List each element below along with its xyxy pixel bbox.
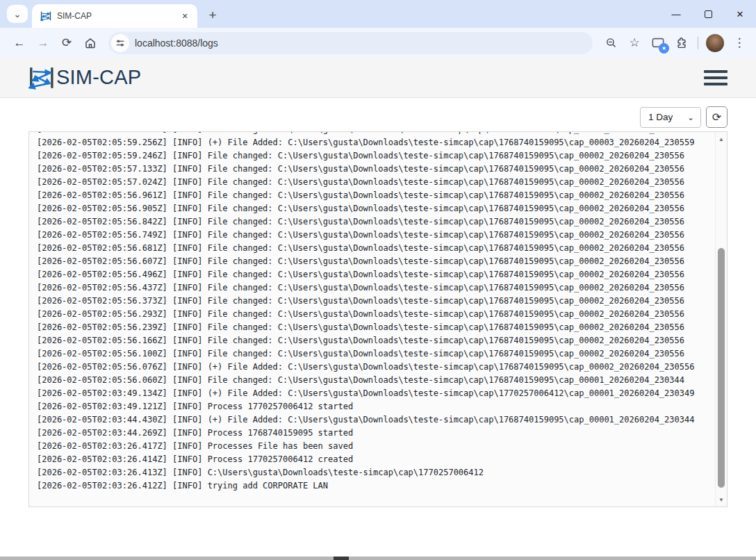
log-line: [2026-02-05T02:05:56.239Z] [INFO] File c… [37, 321, 715, 334]
log-line: [2026-02-05T02:05:56.681Z] [INFO] File c… [37, 242, 715, 255]
refresh-icon: ⟳ [712, 110, 721, 124]
tune-icon [115, 38, 125, 48]
log-line: [2026-02-05T02:05:59.256Z] [INFO] (+) Fi… [37, 136, 715, 149]
tab-title: SIM-CAP [57, 11, 174, 21]
log-controls: 1 Day ⌄ ⟳ [28, 106, 728, 128]
side-panel-button[interactable]: ★ [647, 32, 669, 54]
favicon-icon [40, 10, 51, 22]
refresh-logs-button[interactable]: ⟳ [706, 106, 728, 128]
window-controls: — ✕ [660, 0, 756, 28]
log-line: [2026-02-05T02:05:56.437Z] [INFO] File c… [37, 281, 715, 295]
sim-cap-logo-icon [28, 66, 55, 90]
home-button[interactable] [79, 32, 101, 54]
badge-star-icon: ★ [659, 43, 669, 53]
profile-avatar[interactable] [706, 34, 724, 52]
log-line: [2026-02-05T02:05:56.373Z] [INFO] File c… [37, 295, 715, 308]
log-line: [2026-02-05T02:05:56.293Z] [INFO] File c… [37, 308, 715, 321]
puzzle-icon [675, 37, 688, 49]
log-line: [2026-02-05T02:03:26.414Z] [INFO] Proces… [37, 453, 715, 466]
back-button[interactable]: ← [8, 32, 31, 54]
log-line: [2026-02-05T02:03:26.413Z] [INFO] C:\Use… [37, 466, 715, 479]
log-scrollbar[interactable]: ▲ ▼ [715, 132, 727, 507]
page-content: 1 Day ⌄ ⟳ [2026-02-05T02:05:59.266Z] [IN… [0, 98, 756, 557]
scroll-up-icon[interactable]: ▲ [716, 133, 727, 145]
log-line: [2026-02-05T02:03:44.430Z] [INFO] (+) Fi… [37, 413, 715, 427]
time-range-select[interactable]: 1 Day ⌄ [640, 107, 701, 128]
log-line: [2026-02-05T02:05:56.607Z] [INFO] File c… [37, 255, 715, 268]
log-line: [2026-02-05T02:05:59.246Z] [INFO] File c… [37, 149, 715, 163]
menu-bar [704, 70, 728, 73]
log-line: [2026-02-05T02:05:56.842Z] [INFO] File c… [37, 215, 715, 229]
tab-search-button[interactable]: ⌄ [7, 5, 28, 23]
log-line: [2026-02-05T02:05:56.076Z] [INFO] (+) Fi… [37, 361, 715, 374]
log-line: [2026-02-05T02:05:56.166Z] [INFO] File c… [37, 334, 715, 347]
forward-button[interactable]: → [32, 32, 54, 54]
log-line: [2026-02-05T02:03:49.134Z] [INFO] (+) Fi… [37, 387, 715, 400]
bookmark-button[interactable]: ☆ [623, 32, 646, 54]
log-line: [2026-02-05T02:05:56.961Z] [INFO] File c… [37, 189, 715, 202]
taskbar-edge [0, 557, 756, 560]
log-line: [2026-02-05T02:03:26.417Z] [INFO] Proces… [37, 440, 715, 453]
tab-strip: ⌄ SIM-CAP ✕ + — ✕ [0, 0, 756, 28]
log-line: [2026-02-05T02:05:56.100Z] [INFO] File c… [37, 347, 715, 361]
home-icon [84, 37, 97, 49]
app-header: SIM-CAP [0, 58, 756, 98]
browser-toolbar: ← → ⟳ localhost:8088/logs [0, 28, 756, 58]
browser-menu-button[interactable]: ⋮ [728, 32, 750, 54]
zoom-out-icon [605, 37, 617, 49]
close-window-button[interactable]: ✕ [724, 1, 756, 27]
site-settings-button[interactable] [111, 34, 129, 52]
new-tab-button[interactable]: + [203, 6, 222, 25]
browser-window: ⌄ SIM-CAP ✕ + — ✕ [0, 0, 756, 560]
toolbar-right: ☆ ★ ⋮ [600, 32, 750, 54]
maximize-icon [705, 10, 712, 18]
minimize-button[interactable]: — [660, 1, 692, 27]
log-line: [2026-02-05T02:05:56.060Z] [INFO] File c… [37, 374, 715, 387]
url-text: localhost:8088/logs [135, 38, 218, 49]
tab-close-icon[interactable]: ✕ [179, 10, 190, 22]
tab-sim-cap[interactable]: SIM-CAP ✕ [32, 4, 197, 28]
toolbar-divider [698, 37, 698, 49]
zoom-button[interactable] [600, 32, 622, 54]
menu-bar [704, 76, 728, 79]
url-bar[interactable]: localhost:8088/logs [108, 32, 593, 54]
log-panel: [2026-02-05T02:05:59.266Z] [INFO] File c… [28, 131, 728, 507]
taskbar-edge-mark [334, 557, 349, 560]
scrollbar-thumb[interactable] [718, 248, 725, 488]
log-line: [2026-02-05T02:05:56.496Z] [INFO] File c… [37, 268, 715, 281]
menu-icon[interactable] [704, 69, 728, 87]
log-line: [2026-02-05T02:05:57.133Z] [INFO] File c… [37, 163, 715, 176]
log-line: [2026-02-05T02:03:49.121Z] [INFO] Proces… [37, 400, 715, 413]
log-line: [2026-02-05T02:05:56.749Z] [INFO] File c… [37, 229, 715, 242]
chevron-down-icon: ⌄ [14, 9, 22, 19]
brand-logo[interactable]: SIM-CAP [28, 66, 141, 90]
extensions-button[interactable] [671, 32, 693, 54]
menu-bar [704, 83, 728, 85]
log-line: [2026-02-05T02:03:44.269Z] [INFO] Proces… [37, 427, 715, 440]
scroll-down-icon[interactable]: ▼ [716, 494, 727, 505]
log-line: [2026-02-05T02:03:26.412Z] [INFO] trying… [37, 479, 715, 493]
log-lines: [2026-02-05T02:05:59.266Z] [INFO] File c… [37, 132, 715, 493]
reload-button[interactable]: ⟳ [56, 32, 78, 54]
log-view[interactable]: [2026-02-05T02:05:59.266Z] [INFO] File c… [29, 132, 715, 507]
maximize-button[interactable] [692, 1, 724, 27]
time-range-value: 1 Day [648, 112, 673, 122]
brand-title: SIM-CAP [56, 66, 141, 89]
log-line: [2026-02-05T02:05:56.905Z] [INFO] File c… [37, 202, 715, 215]
chevron-down-icon: ⌄ [687, 113, 694, 122]
log-line: [2026-02-05T02:05:57.024Z] [INFO] File c… [37, 176, 715, 189]
